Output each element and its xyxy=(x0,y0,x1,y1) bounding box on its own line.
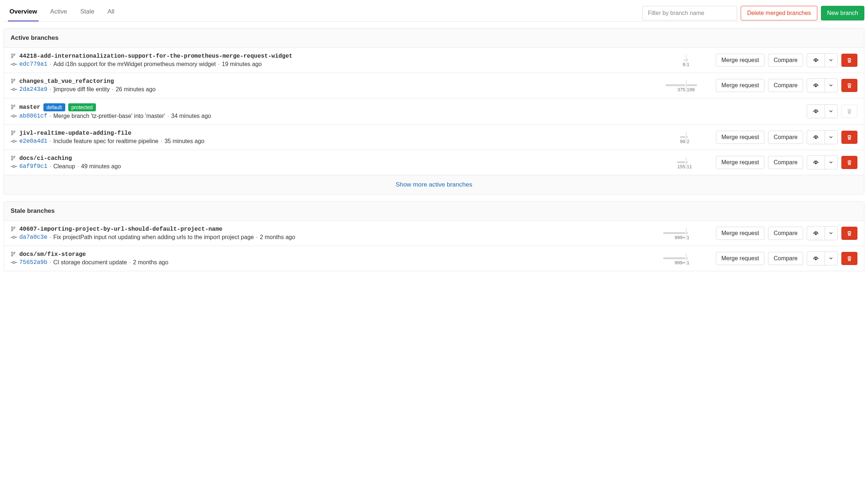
commit-sha[interactable]: ab8061cf xyxy=(19,113,47,119)
compare-button[interactable]: Compare xyxy=(768,79,803,92)
merge-request-button[interactable]: Merge request xyxy=(716,79,764,92)
new-branch-button[interactable]: New branch xyxy=(821,6,864,20)
commit-sha[interactable]: 75652a9b xyxy=(19,259,47,266)
show-more-link[interactable]: Show more active branches xyxy=(396,181,472,188)
branch-name[interactable]: jivl-realtime-update-adding-file xyxy=(19,130,131,137)
commit-icon xyxy=(11,86,17,93)
download-icon xyxy=(812,230,819,237)
merge-request-button[interactable]: Merge request xyxy=(716,156,764,169)
divergence-graph: 375199 xyxy=(660,78,712,92)
branch-name[interactable]: 44218-add-internationalization-support-f… xyxy=(19,53,292,60)
branch-icon xyxy=(11,53,16,60)
commit-time: 2 months ago xyxy=(260,234,295,241)
branch-row: changes_tab_vue_refactoring2da243a9·]imp… xyxy=(4,73,864,98)
ahead-count: 11 xyxy=(687,164,692,169)
download-dropdown-toggle[interactable] xyxy=(825,226,838,240)
delete-branch-button[interactable] xyxy=(841,131,857,144)
delete-branch-button[interactable] xyxy=(841,227,857,240)
commit-message: Fix projectPath input not updating when … xyxy=(53,234,254,241)
merge-request-button[interactable]: Merge request xyxy=(716,54,764,67)
chevron-down-icon xyxy=(829,231,834,236)
compare-button[interactable]: Compare xyxy=(768,131,803,144)
branch-row: masterdefaultprotectedab8061cf·Merge bra… xyxy=(4,98,864,125)
download-button[interactable] xyxy=(807,53,825,67)
badge-default: default xyxy=(43,103,65,111)
commit-sha[interactable]: 2da243a9 xyxy=(19,86,47,93)
commit-sha[interactable]: e2e0a4d1 xyxy=(19,138,47,145)
chevron-down-icon xyxy=(829,256,834,261)
commit-time: 19 minutes ago xyxy=(222,61,261,68)
commit-time: 2 months ago xyxy=(133,259,168,266)
behind-count: 375 xyxy=(677,87,685,92)
branch-name[interactable]: 40607-importing-project-by-url-should-de… xyxy=(19,226,222,233)
commit-icon xyxy=(11,234,17,241)
merge-request-button[interactable]: Merge request xyxy=(716,227,764,240)
download-button[interactable] xyxy=(807,130,825,144)
delete-merged-branches-button[interactable]: Delete merged branches xyxy=(741,6,817,20)
compare-button[interactable]: Compare xyxy=(768,54,803,67)
delete-branch-button[interactable] xyxy=(841,79,857,92)
compare-button[interactable]: Compare xyxy=(768,156,803,169)
branch-icon xyxy=(11,104,16,111)
branch-row: jivl-realtime-update-adding-filee2e0a4d1… xyxy=(4,125,864,150)
compare-button[interactable]: Compare xyxy=(768,227,803,240)
commit-time: 49 minutes ago xyxy=(81,163,121,170)
compare-button[interactable]: Compare xyxy=(768,252,803,265)
download-button[interactable] xyxy=(807,252,825,265)
behind-count: 999+ xyxy=(675,260,685,265)
commit-time: 26 minutes ago xyxy=(116,86,155,93)
download-dropdown-toggle[interactable] xyxy=(825,156,838,169)
commit-message: Cleanup xyxy=(53,163,75,170)
download-icon xyxy=(812,82,819,89)
download-icon xyxy=(812,159,819,166)
branch-icon xyxy=(11,78,16,85)
ahead-count: 1 xyxy=(687,62,689,67)
branch-icon xyxy=(11,226,16,233)
delete-branch-button[interactable] xyxy=(841,54,857,67)
tabs: OverviewActiveStaleAll xyxy=(4,4,116,22)
branch-row: docs/ci-caching6af9f9c1·Cleanup·49 minut… xyxy=(4,150,864,175)
download-dropdown-toggle[interactable] xyxy=(825,53,838,67)
branch-name[interactable]: changes_tab_vue_refactoring xyxy=(19,78,114,85)
delete-branch-button[interactable] xyxy=(841,252,857,265)
branch-icon xyxy=(11,251,16,258)
commit-sha[interactable]: 6af9f9c1 xyxy=(19,163,47,170)
chevron-down-icon xyxy=(829,83,834,88)
download-button[interactable] xyxy=(807,78,825,92)
behind-count: 99 xyxy=(680,139,685,144)
download-button[interactable] xyxy=(807,156,825,169)
trash-icon xyxy=(846,230,853,237)
branch-name[interactable]: docs/sm/fix-storage xyxy=(19,251,86,258)
branch-icon xyxy=(11,155,16,162)
commit-message: Add i18n support for the mrWidget promet… xyxy=(53,61,216,68)
tab-overview[interactable]: Overview xyxy=(8,4,39,22)
divergence-graph: 999+1 xyxy=(660,252,712,265)
commit-sha[interactable]: edc779a1 xyxy=(19,61,47,68)
commit-icon xyxy=(11,61,17,68)
branch-name[interactable]: docs/ci-caching xyxy=(19,155,72,162)
chevron-down-icon xyxy=(829,58,834,63)
tab-active[interactable]: Active xyxy=(49,4,69,22)
branch-row: docs/sm/fix-storage75652a9b·CI storage d… xyxy=(4,246,864,271)
merge-request-button[interactable]: Merge request xyxy=(716,131,764,144)
commit-sha[interactable]: da7a0c3e xyxy=(19,234,47,241)
badge-protected: protected xyxy=(68,103,96,111)
merge-request-button[interactable]: Merge request xyxy=(716,252,764,265)
download-button[interactable] xyxy=(807,226,825,240)
commit-message: Include feature spec for realtime pipeli… xyxy=(53,138,158,145)
tab-all[interactable]: All xyxy=(106,4,116,22)
branch-name[interactable]: master xyxy=(19,104,40,111)
commit-message: Merge branch 'tz-prettier-base' into 'ma… xyxy=(53,113,165,119)
filter-branch-input[interactable] xyxy=(642,6,737,20)
section-title: Stale branches xyxy=(4,202,864,221)
delete-branch-button[interactable] xyxy=(841,156,857,169)
tab-stale[interactable]: Stale xyxy=(79,4,96,22)
download-dropdown-toggle[interactable] xyxy=(825,252,838,265)
trash-icon xyxy=(846,255,853,262)
download-dropdown-toggle[interactable] xyxy=(825,104,838,118)
commit-icon xyxy=(11,113,17,119)
divergence-graph: 999+1 xyxy=(660,226,712,240)
download-button[interactable] xyxy=(807,104,825,118)
download-dropdown-toggle[interactable] xyxy=(825,130,838,144)
download-dropdown-toggle[interactable] xyxy=(825,78,838,92)
